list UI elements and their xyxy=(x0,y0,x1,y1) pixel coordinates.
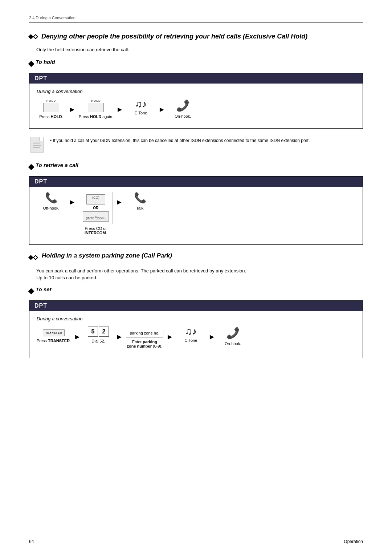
step-label-co-intercom: Press CO or INTERCOM. xyxy=(85,226,107,235)
call-park-intro2: Up to 10 calls can be parked. xyxy=(36,275,363,280)
transfer-btn-wrapper: TRANSFER xyxy=(43,329,65,336)
step-onhook2: 📞 On-hook. xyxy=(219,327,248,346)
parking-zone-box: parking zone no. xyxy=(126,329,163,337)
co-intercom-group: (CO) ⎯ OR ⎯ (INTERCOM) xyxy=(79,192,113,224)
breadcrumb: 2.4 During a Conversation xyxy=(29,16,75,20)
step-hold1: HOLD Press HOLD. xyxy=(37,99,66,119)
co-line: ⎯ xyxy=(95,200,97,203)
page: 2.4 During a Conversation Denying other … xyxy=(0,0,392,555)
step-ctone2: ♫♪ C.Tone xyxy=(176,327,205,343)
step-label-hold2: Press HOLD again. xyxy=(79,114,113,119)
note-line1 xyxy=(33,142,41,142)
to-retrieve-title: To retrieve a call xyxy=(36,162,78,168)
dpt-body-hold: During a conversation HOLD Press HOLD. ►… xyxy=(29,84,363,128)
arrow-1: ► xyxy=(66,106,79,113)
step-label-hold1: Press HOLD. xyxy=(39,114,63,119)
step-label-ctone2: C.Tone xyxy=(184,338,197,343)
diamond3-icon xyxy=(28,255,33,260)
step-label-onhook: On-hook. xyxy=(175,114,191,118)
note-lines xyxy=(31,137,43,149)
hold-label-1: HOLD xyxy=(43,99,59,102)
step-talk: 📞 Talk. xyxy=(126,192,155,210)
bullet-diamond-icon-2 xyxy=(28,164,34,170)
step-onhook: 📞 On-hook. xyxy=(168,99,197,118)
dial-key-2: 2 xyxy=(99,327,109,337)
dpt-header-retrieve: DPT xyxy=(29,177,363,187)
step-label-talk: Talk. xyxy=(136,206,144,210)
music-notes-icon: ♫♪ xyxy=(135,99,147,109)
diamond2-icon xyxy=(33,34,38,39)
dial-key-5: 5 xyxy=(88,327,98,337)
or-text: OR xyxy=(93,206,98,210)
press-co-or-text: Press CO or xyxy=(85,226,107,231)
during-conv-hold: During a conversation xyxy=(37,89,355,94)
hold-btn-2-wrapper: HOLD xyxy=(88,103,104,112)
double-diamond-icon-2 xyxy=(29,256,37,259)
diamond4-icon xyxy=(33,255,38,260)
intercom-line: ⎯ xyxy=(95,213,97,216)
step-label-offhook: Off-hook. xyxy=(43,206,59,210)
intercom-label: (INTERCOM) xyxy=(86,216,106,220)
steps-row-retrieve: 📞 Off-hook. ► (CO) ⎯ OR ⎯ xyxy=(37,192,355,235)
call-park-header: Holding in a system parking zone (Call P… xyxy=(29,252,363,263)
phone-onhook-icon: 📞 xyxy=(176,99,189,112)
step-dial52: 5 2 Dial 52. xyxy=(84,327,113,343)
page-number: 64 xyxy=(29,539,34,544)
co-btn-label: (CO) ⎯ xyxy=(86,194,105,204)
arrow-s4: ► xyxy=(205,333,219,340)
ctone-icon: ♫♪ xyxy=(135,99,147,109)
step-label-ctone: C.Tone xyxy=(135,111,147,115)
dial-keys: 5 2 xyxy=(88,327,109,337)
arrow-s3: ► xyxy=(163,333,176,340)
arrow-r1: ► xyxy=(66,198,79,206)
hold-btn-1 xyxy=(43,103,59,112)
call-park-intro1: You can park a call and perform other op… xyxy=(36,268,363,274)
note-box: • If you hold a call at your ISDN extens… xyxy=(29,136,363,154)
call-park-title: Holding in a system parking zone (Call P… xyxy=(42,252,172,259)
steps-row-set: TRANSFER Press TRANSFER. ► 5 2 Dial 52. … xyxy=(37,327,355,348)
bullet-dot: • xyxy=(50,138,53,143)
step-transfer: TRANSFER Press TRANSFER. xyxy=(37,327,71,343)
ctone-icon-2: ♫♪ xyxy=(185,327,197,336)
intercom-btn-label: ⎯ (INTERCOM) xyxy=(83,211,109,222)
dpt-header-set: DPT xyxy=(29,301,363,311)
hold-label-2: HOLD xyxy=(88,99,104,102)
step-label-onhook2: On-hook. xyxy=(225,341,241,346)
dpt-body-retrieve: 📞 Off-hook. ► (CO) ⎯ OR ⎯ xyxy=(29,187,363,244)
note-paper xyxy=(30,137,44,153)
step-label-transfer: Press TRANSFER. xyxy=(37,339,71,343)
bullet-diamond-icon xyxy=(28,61,34,67)
dpt-body-set: During a conversation TRANSFER Press TRA… xyxy=(29,311,363,358)
arrow-3: ► xyxy=(155,106,168,113)
step-parking-zone: parking zone no. Enter parking zone numb… xyxy=(126,327,163,348)
talk-phone-icon: 📞 xyxy=(134,192,147,204)
hold-btn-2 xyxy=(88,103,104,112)
note-line4 xyxy=(33,147,40,148)
dpt-box-retrieve: DPT 📞 Off-hook. ► (CO) ⎯ xyxy=(29,176,363,245)
arrow-s1: ► xyxy=(71,333,84,340)
to-hold-title: To hold xyxy=(36,59,55,65)
header-bar: 2.4 During a Conversation xyxy=(29,15,363,23)
arrow-s2: ► xyxy=(113,333,126,340)
to-set-label: To set xyxy=(29,286,363,296)
note-content: If you hold a call at your ISDN extensio… xyxy=(53,138,310,143)
intercom-bold-text: INTERCOM xyxy=(85,231,106,235)
step-ctone: ♫♪ C.Tone xyxy=(126,99,155,115)
dpt-header-hold: DPT xyxy=(29,73,363,84)
main-title: Denying other people the possibility of … xyxy=(29,32,363,41)
arrow-2: ► xyxy=(113,106,126,113)
arrow-r2: ► xyxy=(113,198,126,206)
intro-text: Only the held extension can retrieve the… xyxy=(36,47,363,52)
step-label-dial52: Dial 52. xyxy=(91,339,105,343)
hold-btn-1-wrapper: HOLD xyxy=(43,103,59,112)
step-label-parking: Enter parking zone number (0-9). xyxy=(127,340,163,348)
to-hold-label: To hold xyxy=(29,59,363,69)
dpt-box-hold: DPT During a conversation HOLD Press HOL… xyxy=(29,73,363,129)
phone-lifting-icon: 📞 xyxy=(45,192,58,204)
transfer-btn-text: TRANSFER xyxy=(45,332,62,334)
steps-row-hold: HOLD Press HOLD. ► HOLD Press HOLD again… xyxy=(37,99,355,119)
note-line2 xyxy=(33,143,40,144)
music-notes-icon-2: ♫♪ xyxy=(185,327,197,336)
diamond1-icon xyxy=(28,34,33,39)
note-line3 xyxy=(33,145,41,146)
